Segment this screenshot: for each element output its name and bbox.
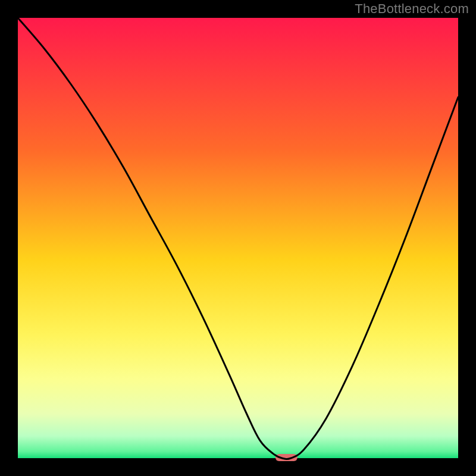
bottleneck-chart: [0, 0, 476, 476]
chart-frame: TheBottleneck.com: [0, 0, 476, 476]
watermark-text: TheBottleneck.com: [355, 1, 469, 17]
plot-background: [18, 18, 458, 458]
